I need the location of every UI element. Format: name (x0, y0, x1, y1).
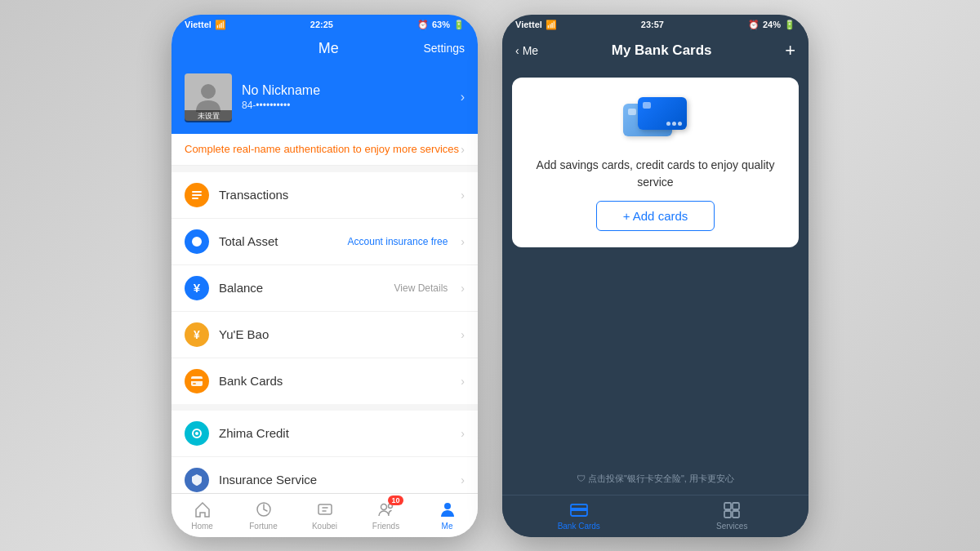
svg-rect-19 (733, 503, 739, 509)
add-card-label: + Add cards (623, 209, 688, 223)
fortune-icon (253, 499, 274, 520)
svg-point-13 (381, 504, 386, 509)
menu-item-zhima[interactable]: Zhima Credit › (172, 411, 478, 457)
nav2-services[interactable]: Services (656, 500, 809, 531)
total-asset-label: Total Asset (219, 234, 338, 248)
svg-rect-3 (192, 198, 198, 199)
card-container: Add savings cards, credit cards to enjoy… (512, 78, 799, 247)
screen1-header: Me Settings (172, 33, 478, 67)
card-description: Add savings cards, credit cards to enjoy… (525, 157, 786, 191)
svg-point-8 (195, 432, 198, 435)
profile-section[interactable]: 未设置 No Nickname 84-•••••••••• › (172, 67, 478, 134)
transactions-icon (185, 183, 209, 207)
nav-friends[interactable]: 10 Friends (355, 499, 416, 531)
transactions-chevron: › (461, 189, 465, 202)
status-left-2: Viettel 📶 (515, 20, 557, 30)
my-bank-cards-title: My Bank Cards (612, 42, 712, 59)
balance-icon: ¥ (185, 276, 209, 300)
screen2-content: ‹ Me My Bank Cards + (502, 33, 808, 537)
security-footer: 🛡 点击投保"银行卡安全险", 用卡更安心 (502, 463, 808, 495)
back-label: Me (523, 44, 538, 57)
nav2-bank-cards[interactable]: Bank Cards (502, 500, 656, 531)
avatar: 未设置 (185, 73, 232, 121)
battery-1: 63% (432, 20, 450, 29)
alarm-icon: ⏰ (417, 20, 429, 30)
auth-chevron: › (461, 143, 465, 156)
back-button[interactable]: ‹ Me (515, 44, 538, 57)
status-right-1: ⏰ 63% 🔋 (417, 20, 465, 30)
me-nav-label: Me (442, 522, 453, 531)
settings-button[interactable]: Settings (423, 42, 465, 55)
add-card-button[interactable]: + Add cards (596, 201, 715, 231)
svg-rect-12 (318, 504, 332, 514)
menu-item-yuebao[interactable]: ¥ Yu'E Bao › (172, 312, 478, 358)
wifi-icon-2: 📶 (546, 20, 557, 30)
security-text: 🛡 点击投保"银行卡安全险", 用卡更安心 (577, 473, 734, 485)
bank-cards-label: Bank Cards (219, 374, 451, 388)
menu-item-balance[interactable]: ¥ Balance View Details › (172, 265, 478, 312)
svg-point-15 (444, 503, 451, 509)
svg-rect-21 (733, 511, 739, 518)
friends-badge: 10 (388, 495, 403, 505)
phone-screen1: Viettel 📶 22:25 ⏰ 63% 🔋 Me Settings (172, 15, 478, 537)
status-bar-2: Viettel 📶 23:57 ⏰ 24% 🔋 (502, 15, 808, 33)
svg-rect-18 (724, 503, 731, 509)
card-illustration (623, 97, 688, 142)
menu-item-bank-cards[interactable]: Bank Cards › (172, 358, 478, 404)
total-asset-sub[interactable]: Account insurance free (348, 236, 448, 247)
bank-cards-nav-icon (569, 500, 589, 520)
fortune-nav-label: Fortune (249, 522, 277, 531)
svg-rect-2 (192, 194, 202, 196)
nav-koubei[interactable]: Koubei (294, 499, 355, 531)
balance-sub: View Details (394, 282, 448, 294)
svg-rect-5 (191, 379, 203, 381)
bank-cards-icon (185, 369, 209, 393)
add-card-header-button[interactable]: + (785, 40, 795, 61)
phone-screen2: Viettel 📶 23:57 ⏰ 24% 🔋 ‹ Me My Bank Car… (502, 15, 808, 537)
profile-nickname: No Nickname (242, 83, 451, 98)
svg-point-0 (201, 84, 216, 99)
services-nav-icon (722, 500, 742, 520)
screen1-content: Me Settings 未设置 No Nickname 84-•••••••••… (172, 33, 478, 537)
services-nav-label: Services (716, 522, 747, 531)
svg-rect-6 (193, 383, 196, 384)
friends-icon: 10 (376, 499, 397, 520)
auth-banner[interactable]: Complete real-name authentication to enj… (172, 134, 478, 166)
total-asset-chevron: › (461, 235, 465, 248)
wifi-icon: 📶 (215, 20, 226, 30)
bottom-nav-2: Bank Cards Services (502, 495, 808, 537)
total-asset-icon (185, 229, 209, 254)
koubei-icon (314, 499, 336, 520)
menu-section-services: Zhima Credit › Insurance Service › A (172, 411, 478, 493)
profile-info: No Nickname 84-•••••••••• (242, 83, 451, 111)
status-bar-1: Viettel 📶 22:25 ⏰ 63% 🔋 (172, 15, 478, 33)
time-2: 23:57 (641, 20, 664, 29)
carrier-2: Viettel (515, 20, 542, 29)
menu-item-total-asset[interactable]: Total Asset Account insurance free › (172, 219, 478, 265)
screen2-header: ‹ Me My Bank Cards + (502, 33, 808, 69)
battery-icon-2: 🔋 (784, 20, 795, 30)
koubei-nav-label: Koubei (312, 522, 337, 531)
back-chevron: ‹ (515, 44, 519, 57)
time-1: 22:25 (310, 20, 333, 29)
balance-label: Balance (219, 281, 385, 295)
status-left-1: Viettel 📶 (185, 20, 226, 30)
yuebao-label: Yu'E Bao (219, 327, 451, 341)
menu-item-transactions[interactable]: Transactions › (172, 172, 478, 219)
nav-home[interactable]: Home (172, 499, 233, 531)
menu-section-finance: Transactions › Total Asset Account insur… (172, 172, 478, 404)
menu-item-insurance[interactable]: Insurance Service › (172, 457, 478, 493)
svg-rect-17 (571, 508, 587, 511)
nav-fortune[interactable]: Fortune (233, 499, 294, 531)
yuebao-chevron: › (461, 328, 465, 341)
zhima-chevron: › (461, 427, 465, 440)
bank-cards-chevron: › (461, 375, 465, 388)
svg-rect-20 (724, 511, 731, 518)
me-icon (437, 499, 458, 520)
bank-cards-nav-label: Bank Cards (558, 522, 600, 531)
carrier-1: Viettel (185, 20, 212, 29)
auth-text: Complete real-name authentication to enj… (185, 142, 461, 157)
zhima-icon (185, 421, 209, 446)
nav-me[interactable]: Me (416, 499, 478, 531)
transactions-label: Transactions (219, 188, 451, 202)
